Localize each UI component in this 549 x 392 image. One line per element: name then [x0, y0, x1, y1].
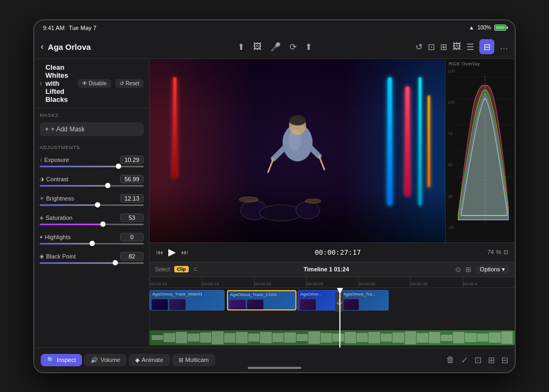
- back-button[interactable]: ‹: [41, 42, 43, 51]
- view3-button[interactable]: ⊟: [501, 355, 508, 365]
- clip-3[interactable]: AgaOrlov...: [298, 290, 339, 310]
- disable-button[interactable]: 👁 Disable: [78, 79, 111, 88]
- multicam-icon: ⊞: [179, 357, 183, 364]
- battery-icon: [494, 25, 506, 31]
- contrast-slider[interactable]: [40, 185, 144, 187]
- saturation-slider[interactable]: [40, 224, 144, 225]
- highlights-value[interactable]: 0: [120, 233, 144, 241]
- share-icon[interactable]: ⬆: [238, 42, 244, 52]
- zoom-control[interactable]: 74 % ⊡: [487, 249, 508, 256]
- highlights-thumb[interactable]: [90, 241, 95, 246]
- confirm-button[interactable]: ✓: [461, 355, 468, 365]
- photo2-icon[interactable]: 🖼: [452, 42, 461, 51]
- play-button[interactable]: ▶: [168, 246, 176, 258]
- y-label-120: 120: [448, 69, 455, 73]
- contrast-thumb[interactable]: [105, 183, 110, 188]
- wave-19: [368, 332, 380, 344]
- tab-volume[interactable]: 🔊 Volume: [84, 354, 127, 366]
- y-label-75: 75: [448, 131, 455, 136]
- exposure-icon: ↕: [40, 157, 42, 162]
- contrast-icon: ◑: [40, 176, 44, 182]
- exposure-value[interactable]: 10.29: [120, 156, 144, 164]
- checklist-icon[interactable]: ☰: [466, 42, 474, 52]
- blackpoint-slider[interactable]: [40, 262, 144, 264]
- export-icon[interactable]: ⬆: [305, 42, 312, 52]
- filter-icon[interactable]: ⊙: [455, 265, 461, 273]
- video-preview: [150, 59, 445, 242]
- clip-2-selected[interactable]: AgaOrlova_Track_CU03: [227, 290, 296, 310]
- saturation-thumb[interactable]: [100, 221, 106, 227]
- timecode-display: 00:00:27:17: [194, 248, 482, 256]
- adjustments-section-label: ADJUSTMENTS: [34, 140, 149, 152]
- brightness-value[interactable]: 12.13: [120, 194, 144, 203]
- reset-button[interactable]: ↺ Reset: [115, 79, 144, 88]
- photo-icon[interactable]: 🖼: [253, 42, 262, 51]
- blackpoint-header: ◉ Black Point 82: [40, 252, 144, 261]
- options-button[interactable]: Options ▾: [476, 265, 509, 274]
- blackpoint-label: ◉ Black Point: [40, 253, 76, 260]
- contrast-label: ◑ Contrast: [40, 176, 69, 182]
- history-icon[interactable]: ↺: [416, 42, 422, 52]
- saturation-value[interactable]: 53: [120, 213, 144, 222]
- neon-bar-orange: [428, 95, 430, 187]
- add-mask-label: + Add Mask: [51, 125, 85, 133]
- volume-icon: 🔊: [91, 357, 98, 364]
- svg-point-12: [305, 199, 321, 203]
- wave-18: [357, 333, 368, 342]
- inspector-active-icon[interactable]: ⊟: [479, 39, 494, 54]
- highlights-row: ● Highlights 0: [34, 230, 149, 249]
- home-indicator: [248, 367, 301, 369]
- blackpoint-icon: ◉: [40, 254, 44, 259]
- mic-icon[interactable]: 🎤: [270, 42, 281, 52]
- brightness-slider[interactable]: [40, 204, 144, 206]
- ruler-mark-7: 00:00:4: [463, 277, 515, 287]
- clip-1[interactable]: AgaOrlova_Track_Wide01: [150, 290, 225, 310]
- wave-25: [441, 335, 452, 341]
- forward-icon[interactable]: ⏭: [181, 248, 188, 256]
- exposure-thumb[interactable]: [116, 164, 121, 169]
- audio-track[interactable]: [150, 330, 515, 345]
- tab-animate[interactable]: ◆ Animate: [129, 354, 169, 366]
- delete-button[interactable]: 🗑: [446, 355, 455, 365]
- neon-bar-cyan: [388, 77, 392, 205]
- wave-22: [405, 331, 416, 344]
- wave-23: [417, 333, 428, 343]
- brightness-fill: [40, 204, 97, 206]
- neon-bar-red: [405, 86, 410, 196]
- masks-section-label: MASKS: [34, 108, 149, 120]
- svg-point-2: [289, 115, 306, 125]
- rewind-icon[interactable]: ⏮: [156, 248, 163, 256]
- highlights-header: ● Highlights 0: [40, 233, 144, 241]
- tab-multicam[interactable]: ⊞ Multicam: [172, 354, 216, 366]
- wave-26: [453, 332, 464, 344]
- effect-back-button[interactable]: ‹: [40, 79, 42, 87]
- clip-4[interactable]: AgaOrlova_Tra...: [340, 290, 389, 310]
- highlights-fill: [40, 243, 92, 245]
- view-icon[interactable]: ⊞: [440, 42, 447, 52]
- saturation-header: ◈ Saturation 53: [40, 213, 144, 222]
- add-mask-button[interactable]: + + Add Mask: [40, 122, 144, 136]
- tab-inspect[interactable]: 🔍 Inspect: [41, 354, 82, 366]
- wave-3: [176, 332, 187, 344]
- more-icon[interactable]: …: [500, 42, 508, 51]
- svg-point-9: [259, 205, 302, 221]
- brightness-thumb[interactable]: [95, 202, 100, 208]
- brightness-icon: ☀: [40, 196, 44, 201]
- view2-button[interactable]: ⊞: [488, 355, 495, 365]
- inspector-icon: ⊟: [484, 42, 491, 52]
- view1-button[interactable]: ⊡: [474, 355, 481, 365]
- ruler-mark-3: 00:00:20: [254, 277, 306, 287]
- reset-icon: ↺: [120, 80, 124, 86]
- layout-icon[interactable]: ⊞: [465, 265, 471, 273]
- blackpoint-value[interactable]: 82: [120, 252, 144, 261]
- exposure-slider[interactable]: [40, 166, 144, 167]
- rgb-y-labels: 120 100 75 50 25 -20: [448, 69, 455, 231]
- wave-2: [164, 333, 175, 342]
- contrast-value[interactable]: 56.99: [120, 175, 144, 183]
- highlights-slider[interactable]: [40, 243, 144, 245]
- blackpoint-thumb[interactable]: [113, 260, 118, 265]
- status-left: 9:41 AM Tue May 7: [43, 25, 97, 31]
- undo-icon[interactable]: ⟳: [290, 42, 296, 52]
- wave-10: [260, 332, 271, 344]
- crop-icon[interactable]: ⊡: [428, 42, 435, 52]
